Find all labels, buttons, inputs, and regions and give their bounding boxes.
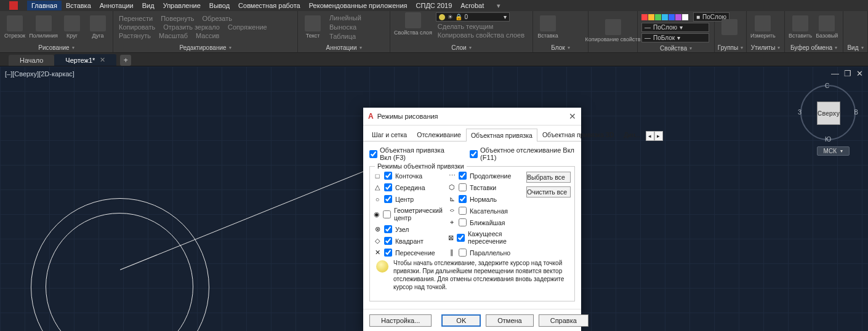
tabs-scroll-left[interactable]: ◂ — [646, 131, 654, 141]
compass-w[interactable]: З — [798, 109, 802, 116]
modify-Перенести[interactable]: Перенести — [117, 15, 153, 22]
dialog-tab-3[interactable]: Объектная привязка 3D — [537, 128, 619, 141]
modify-Массив[interactable]: Массив — [194, 32, 219, 39]
clear-all-button[interactable]: Очистить все — [526, 186, 571, 197]
modify-Копировать[interactable]: Копировать — [117, 23, 155, 31]
osnap-left-1[interactable]: △Середина — [374, 183, 448, 191]
layer-properties[interactable]: Свойства слоя — [394, 12, 432, 39]
osnap-left-0[interactable]: □Конточка — [374, 172, 448, 180]
menu-tab-5[interactable]: Вывод — [205, 1, 234, 10]
paste-tool[interactable]: Вставить — [789, 15, 812, 39]
dialog-tab-2[interactable]: Объектная привязка — [466, 129, 537, 142]
modify-Масштаб[interactable]: Масштаб — [157, 32, 188, 39]
osnap-right-6[interactable]: ∥Параллельно — [448, 249, 523, 257]
menu-tab-8[interactable]: СПДС 2019 — [412, 1, 457, 10]
menu-tab-4[interactable]: Управление — [159, 1, 205, 10]
osnap-right-5[interactable]: ⊠Кажущееся пересечение — [448, 230, 523, 245]
osnap-left-6[interactable]: ✕Пересечение — [374, 249, 448, 257]
color-swatch[interactable] — [669, 14, 675, 20]
options-button[interactable]: Настройка... — [369, 314, 432, 327]
dialog-tab-4[interactable]: Дин... — [619, 128, 646, 141]
measure-tool[interactable]: Измерить — [750, 15, 776, 39]
menu-tab-0[interactable]: Главная — [27, 1, 62, 10]
osnap-right-3[interactable]: ⌔Касательная — [448, 207, 523, 215]
osnap-left-5[interactable]: ◇Квадрант — [374, 237, 448, 245]
osnap-symbol-icon: ⊾ — [448, 195, 456, 203]
color-swatch[interactable] — [648, 14, 654, 20]
osnap-label: Центр — [395, 196, 414, 203]
select-all-button[interactable]: Выбрать все — [526, 172, 571, 183]
osnap-left-4[interactable]: ⊗Узел — [374, 225, 448, 233]
osnap-on-checkbox[interactable]: Объектная привязка Вкл (F3) — [369, 146, 457, 161]
modify-Сопряжение[interactable]: Сопряжение — [226, 23, 267, 31]
dialog-tab-1[interactable]: Отслеживание — [412, 128, 466, 141]
menu-tab-6[interactable]: Совместная работа — [234, 1, 305, 10]
dialog-tab-0[interactable]: Шаг и сетка — [367, 128, 412, 141]
color-swatch[interactable] — [641, 14, 648, 20]
minimize-icon[interactable]: — — [831, 69, 839, 78]
osnap-right-4[interactable]: ⌖Ближайшая — [448, 218, 523, 226]
osnap-right-2[interactable]: ⊾Нормаль — [448, 195, 523, 203]
color-swatches — [641, 14, 688, 20]
modify-Отразить зеркало[interactable]: Отразить зеркало — [161, 23, 220, 31]
dialog-titlebar[interactable]: A Режимы рисования ✕ — [363, 108, 581, 126]
text-tool[interactable]: Текст — [302, 15, 324, 39]
group-tool[interactable] — [718, 19, 741, 35]
doc-tab-0[interactable]: Начало — [9, 55, 54, 66]
help-button[interactable]: Справка — [539, 314, 589, 327]
match-layer[interactable]: Копировать свойства слоев — [436, 31, 524, 39]
linetype-bylayer[interactable]: — ПоСлою ▾ — [641, 23, 709, 32]
panel-annotation-title: Аннотации — [326, 44, 357, 51]
compass-e[interactable]: В — [854, 109, 858, 116]
wcs-badge[interactable]: МСК▾ — [817, 146, 850, 156]
tabs-scroll-right[interactable]: ▸ — [654, 131, 663, 141]
leader[interactable]: Выноска — [328, 23, 361, 31]
color-swatch[interactable] — [662, 14, 668, 20]
ok-button[interactable]: OK — [441, 314, 481, 327]
dialog-close-icon[interactable]: ✕ — [569, 111, 576, 121]
menu-tab-2[interactable]: Аннотации — [95, 1, 138, 10]
make-current[interactable]: Сделать текущим — [436, 23, 524, 30]
menu-tab-9[interactable]: Acrobat — [456, 1, 488, 10]
chevron-down-icon[interactable]: ▾ — [497, 2, 500, 10]
table-tool[interactable]: Таблица — [328, 33, 361, 40]
doc-tab-1[interactable]: Чертеж1*✕ — [54, 54, 116, 66]
draw-circle[interactable]: Круг — [61, 15, 83, 39]
draw-line[interactable]: Отрезок — [4, 15, 26, 39]
draw-polyline[interactable]: Полилиния — [30, 15, 57, 39]
compass-s[interactable]: Ю — [825, 136, 831, 143]
block-insert[interactable]: Вставка — [537, 15, 559, 39]
viewcube-face[interactable]: Сверху — [817, 102, 840, 125]
color-swatch[interactable] — [655, 14, 661, 20]
close-icon[interactable]: ✕ — [856, 69, 863, 78]
draw-arc[interactable]: Дуга — [87, 15, 109, 39]
match-props[interactable]: Копирование свойств — [592, 19, 633, 42]
modify-Растянуть[interactable]: Растянуть — [117, 32, 151, 39]
app-logo[interactable] — [9, 1, 18, 10]
otrack-on-checkbox[interactable]: Объектное отслеживание Вкл (F11) — [470, 146, 575, 161]
tab-close-icon[interactable]: ✕ — [100, 56, 105, 64]
menu-tab-3[interactable]: Вид — [138, 1, 159, 10]
modify-Повернуть[interactable]: Повернуть — [159, 15, 194, 22]
cancel-button[interactable]: Отмена — [486, 314, 533, 327]
color-swatch[interactable] — [682, 14, 688, 20]
color-swatch[interactable] — [675, 14, 681, 20]
compass-n[interactable]: С — [825, 82, 829, 89]
modify-Обрезать[interactable]: Обрезать — [200, 15, 232, 22]
panel-modify-title: Редактирование — [179, 44, 226, 51]
add-tab-button[interactable]: + — [120, 55, 131, 66]
osnap-symbol-icon: ◉ — [374, 210, 380, 218]
base-point[interactable]: Базовый — [816, 15, 838, 39]
osnap-right-0[interactable]: ⋯Продолжение — [448, 172, 523, 180]
restore-icon[interactable]: ❐ — [844, 69, 851, 78]
viewport-label[interactable]: [–][Сверху][2D-каркас] — [5, 70, 74, 78]
viewcube[interactable]: Сверху С Ю В З — [800, 85, 856, 140]
osnap-right-1[interactable]: ⬡Твставки — [448, 183, 523, 191]
osnap-left-3[interactable]: ◉Геометрический центр — [374, 207, 448, 221]
menu-tab-1[interactable]: Вставка — [62, 1, 95, 10]
lineweight-byblock[interactable]: — ПоБлок ▾ — [641, 33, 709, 42]
layer-dropdown[interactable]: ☀ 🔒 0▾ — [436, 12, 510, 22]
linear-dim[interactable]: Линейный — [328, 14, 361, 22]
osnap-left-2[interactable]: ○Центр — [374, 195, 448, 203]
menu-tab-7[interactable]: Рекомендованные приложения — [305, 1, 412, 10]
